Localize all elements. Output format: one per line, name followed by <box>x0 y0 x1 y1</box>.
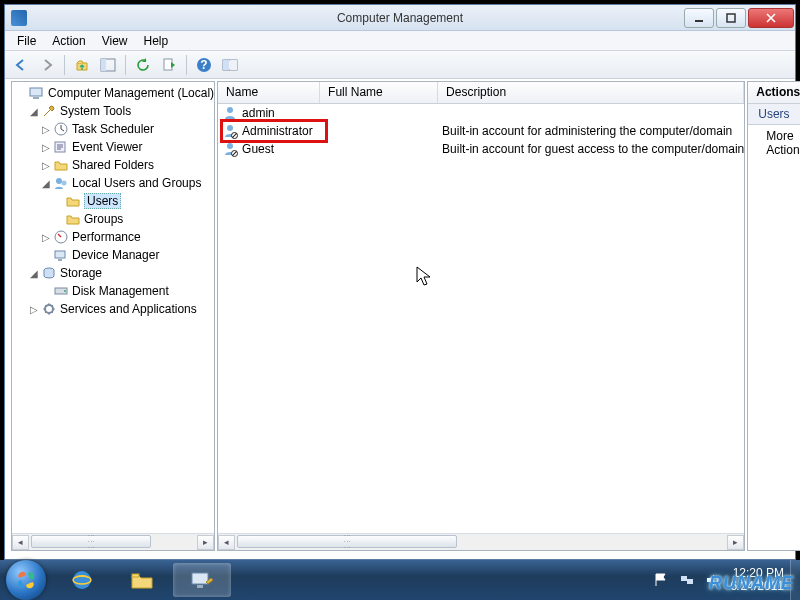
tree-device-manager[interactable]: Device Manager <box>12 246 214 264</box>
titlebar[interactable]: Computer Management <box>5 5 795 31</box>
svg-point-24 <box>227 125 233 131</box>
actions-header: Actions <box>748 82 800 104</box>
tree-system-tools[interactable]: ◢System Tools <box>12 102 214 120</box>
actions-pane: Actions Users▴ More Actions▸ <box>747 81 800 551</box>
tree-root[interactable]: Computer Management (Local) <box>12 84 214 102</box>
tree-shared-folders[interactable]: ▷Shared Folders <box>12 156 214 174</box>
svg-rect-18 <box>58 259 62 261</box>
disk-icon <box>53 283 69 299</box>
tree-pane: Computer Management (Local) ◢System Tool… <box>11 81 215 551</box>
menu-action[interactable]: Action <box>44 32 93 50</box>
list-row[interactable]: Administrator Built-in account for admin… <box>218 122 744 140</box>
show-hide-tree-button[interactable] <box>96 54 120 76</box>
tree-performance[interactable]: ▷Performance <box>12 228 214 246</box>
svg-point-23 <box>227 107 233 113</box>
svg-rect-33 <box>681 576 687 581</box>
window-title: Computer Management <box>5 11 795 25</box>
svg-rect-31 <box>192 573 208 584</box>
storage-icon <box>41 265 57 281</box>
back-button[interactable] <box>9 54 33 76</box>
tray-flag-icon[interactable] <box>653 572 669 588</box>
menu-view[interactable]: View <box>94 32 136 50</box>
svg-point-21 <box>64 290 66 292</box>
svg-rect-17 <box>55 251 65 258</box>
svg-rect-32 <box>197 585 203 588</box>
list-hscroll[interactable]: ◂▸ <box>218 533 744 550</box>
tree-storage[interactable]: ◢Storage <box>12 264 214 282</box>
user-disabled-icon <box>222 123 238 139</box>
properties-button[interactable] <box>218 54 242 76</box>
tools-icon <box>41 103 57 119</box>
svg-text:?: ? <box>200 58 207 72</box>
col-fullname[interactable]: Full Name <box>320 82 438 103</box>
tree-local-users-groups[interactable]: ◢Local Users and Groups <box>12 174 214 192</box>
tree-event-viewer[interactable]: ▷Event Viewer <box>12 138 214 156</box>
actions-section[interactable]: Users▴ <box>748 104 800 125</box>
up-button[interactable] <box>70 54 94 76</box>
tree-disk-management[interactable]: Disk Management <box>12 282 214 300</box>
shared-folder-icon <box>53 157 69 173</box>
tree-hscroll[interactable]: ◂▸ <box>12 533 214 550</box>
users-group-icon <box>53 175 69 191</box>
export-list-button[interactable] <box>157 54 181 76</box>
toolbar: ? <box>5 51 795 79</box>
col-name[interactable]: Name <box>218 82 320 103</box>
minimize-button[interactable] <box>684 8 714 28</box>
tree-groups[interactable]: Groups <box>12 210 214 228</box>
menu-help[interactable]: Help <box>136 32 177 50</box>
start-button[interactable] <box>6 560 46 600</box>
list-row[interactable]: Guest Built-in account for guest access … <box>218 140 744 158</box>
col-description[interactable]: Description <box>438 82 744 103</box>
user-disabled-icon <box>222 141 238 157</box>
actions-more[interactable]: More Actions▸ <box>748 125 800 161</box>
compmgmt-window: Computer Management File Action View Hel… <box>4 4 796 560</box>
device-icon <box>53 247 69 263</box>
taskbar-explorer[interactable] <box>113 563 171 597</box>
svg-rect-8 <box>223 60 229 70</box>
svg-point-28 <box>73 571 91 589</box>
svg-rect-9 <box>230 60 237 70</box>
svg-rect-1 <box>727 14 735 22</box>
refresh-button[interactable] <box>131 54 155 76</box>
show-desktop-button[interactable] <box>790 560 800 600</box>
maximize-button[interactable] <box>716 8 746 28</box>
folder-icon <box>65 193 81 209</box>
computer-icon <box>29 85 45 101</box>
menu-file[interactable]: File <box>9 32 44 50</box>
svg-point-15 <box>62 181 67 186</box>
user-icon <box>222 105 238 121</box>
svg-rect-3 <box>101 59 106 71</box>
svg-rect-4 <box>164 59 172 70</box>
svg-point-14 <box>56 178 62 184</box>
system-tray[interactable]: 12:20 PM6/24/2011 <box>653 567 790 593</box>
forward-button[interactable] <box>35 54 59 76</box>
tree-task-scheduler[interactable]: ▷Task Scheduler <box>12 120 214 138</box>
list-header: Name Full Name Description <box>218 82 744 104</box>
taskbar-ie[interactable] <box>53 563 111 597</box>
menubar: File Action View Help <box>5 31 795 51</box>
svg-rect-11 <box>33 97 39 99</box>
folder-icon <box>65 211 81 227</box>
tray-volume-icon[interactable] <box>705 572 721 588</box>
close-button[interactable] <box>748 8 794 28</box>
clock-icon <box>53 121 69 137</box>
tree-services-apps[interactable]: ▷Services and Applications <box>12 300 214 318</box>
svg-rect-30 <box>132 574 139 577</box>
taskbar-compmgmt[interactable] <box>173 563 231 597</box>
perf-icon <box>53 229 69 245</box>
tray-network-icon[interactable] <box>679 572 695 588</box>
list-pane: Name Full Name Description admin Adminis… <box>217 81 745 551</box>
svg-rect-34 <box>687 579 693 584</box>
taskbar[interactable]: 12:20 PM6/24/2011 <box>0 560 800 600</box>
taskbar-clock[interactable]: 12:20 PM6/24/2011 <box>731 567 784 593</box>
help-button[interactable]: ? <box>192 54 216 76</box>
system-menu-icon[interactable] <box>11 10 27 26</box>
tree-users[interactable]: Users <box>12 192 214 210</box>
services-icon <box>41 301 57 317</box>
svg-point-26 <box>227 143 233 149</box>
svg-rect-0 <box>695 20 703 22</box>
svg-rect-10 <box>30 88 42 96</box>
list-row[interactable]: admin <box>218 104 744 122</box>
event-icon <box>53 139 69 155</box>
